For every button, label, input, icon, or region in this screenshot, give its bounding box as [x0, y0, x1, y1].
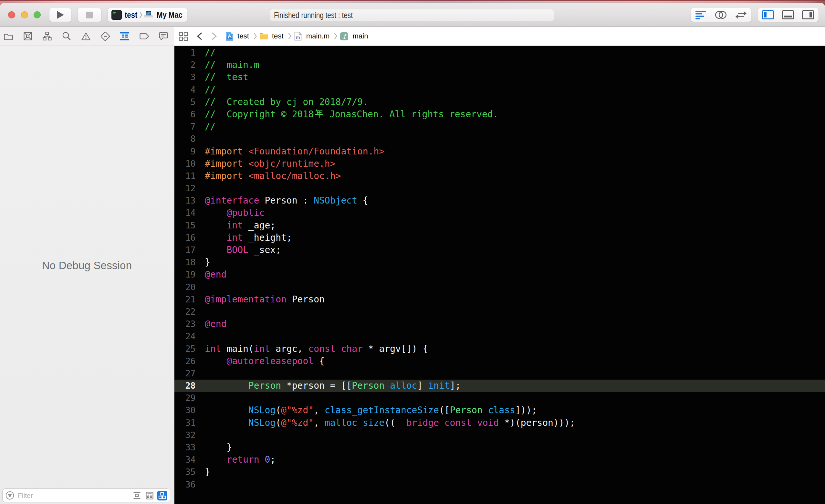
code-line[interactable]: 26 @autoreleasepool { — [174, 355, 825, 367]
code-line[interactable]: 27 — [174, 367, 825, 380]
code-line[interactable]: 10#import <objc/runtime.h> — [174, 158, 825, 170]
scheme-target-label: test — [125, 10, 137, 20]
line-number: 27 — [174, 367, 196, 380]
line-number: 32 — [174, 429, 196, 441]
crumb-file-label[interactable]: main.m — [306, 32, 330, 41]
code-line[interactable]: 32 — [174, 429, 825, 441]
navigator-selector-bar — [0, 27, 174, 46]
m-file-icon[interactable]: m — [294, 32, 302, 41]
code-line[interactable]: 31 NSLog(@"%zd", malloc_size((__bridge c… — [174, 417, 825, 429]
stop-icon — [86, 12, 93, 18]
line-number: 4 — [174, 84, 196, 96]
chevron-separator-icon — [334, 32, 338, 40]
code-line[interactable]: 24 — [174, 330, 825, 343]
line-number: 24 — [174, 330, 196, 343]
code-line[interactable]: 12 — [174, 182, 825, 195]
code-line[interactable]: 35} — [174, 466, 825, 478]
crumb-group-label[interactable]: test — [272, 32, 284, 41]
code-line[interactable]: 6// Copyright © 2018 JonasChen. All righ… — [174, 108, 825, 121]
line-number: 29 — [174, 392, 196, 404]
debug-navigator-pane: No Debug Session Filter — [0, 46, 174, 504]
code-line[interactable]: 2// main.m — [174, 59, 825, 71]
test-navigator-icon[interactable] — [100, 31, 110, 42]
go-back-button[interactable] — [197, 32, 203, 41]
code-line[interactable]: 29 — [174, 392, 825, 404]
code-line[interactable]: 22 — [174, 306, 825, 318]
filter-placeholder: Filter — [18, 492, 132, 499]
folder-icon[interactable] — [259, 32, 269, 41]
project-file-icon[interactable] — [225, 32, 234, 41]
code-line[interactable]: 36 — [174, 479, 825, 491]
code-line[interactable]: 1// — [174, 47, 825, 59]
navigation-row: test test m main.m f main — [0, 27, 825, 46]
view-flat-list-button[interactable] — [132, 491, 142, 500]
activity-status-text: Finished running test : test — [270, 10, 353, 20]
xcode-window: test My Mac Finished running test : test — [0, 3, 825, 504]
symbol-navigator-icon[interactable] — [42, 31, 52, 42]
toggle-navigator-button[interactable] — [758, 8, 778, 22]
code-line[interactable]: 15 int _age; — [174, 219, 825, 232]
issue-navigator-icon[interactable] — [81, 31, 91, 42]
filter-bar: Filter — [0, 486, 174, 504]
line-number: 19 — [174, 269, 196, 281]
find-navigator-icon[interactable] — [62, 31, 71, 42]
view-by-queue-button[interactable] — [157, 491, 167, 500]
code-line[interactable]: 34 return 0; — [174, 453, 825, 466]
code-line[interactable]: 9#import <Foundation/Foundation.h> — [174, 145, 825, 158]
code-line[interactable]: 7// — [174, 121, 825, 133]
line-number: 25 — [174, 343, 196, 355]
scheme-selector[interactable]: test My Mac — [107, 8, 188, 22]
source-control-navigator-icon[interactable] — [23, 31, 32, 42]
function-icon[interactable]: f — [340, 32, 348, 41]
line-number: 33 — [174, 441, 196, 453]
report-navigator-icon[interactable] — [159, 31, 168, 42]
line-number: 9 — [174, 145, 196, 158]
code-line[interactable]: 8 — [174, 133, 825, 145]
code-line[interactable]: 21@implementation Person — [174, 293, 825, 306]
stop-button[interactable] — [77, 8, 101, 22]
line-number: 14 — [174, 207, 196, 219]
go-forward-button[interactable] — [211, 32, 217, 41]
code-line[interactable]: 28 Person *person = [[Person alloc] init… — [174, 380, 825, 392]
view-by-thread-button[interactable] — [145, 491, 154, 500]
line-number: 17 — [174, 244, 196, 256]
filter-field[interactable]: Filter — [2, 489, 170, 502]
breakpoint-navigator-icon[interactable] — [139, 31, 149, 42]
standard-editor-button[interactable] — [691, 8, 711, 22]
code-line[interactable]: 4// — [174, 84, 825, 96]
activity-viewer: Finished running test : test — [270, 9, 554, 21]
code-line[interactable]: 13@interface Person : NSObject { — [174, 195, 825, 207]
play-icon — [56, 10, 64, 19]
code-line[interactable]: 14 @public — [174, 207, 825, 219]
toggle-debug-area-button[interactable] — [778, 8, 798, 22]
project-navigator-icon[interactable] — [4, 31, 13, 42]
related-items-icon[interactable] — [179, 32, 188, 41]
toggle-inspectors-button[interactable] — [798, 8, 818, 22]
crumb-project-label[interactable]: test — [237, 32, 249, 41]
code-line[interactable]: 23@end — [174, 318, 825, 330]
source-editor[interactable]: 1//2// main.m3// test4//5// Created by c… — [174, 46, 825, 504]
code-line[interactable]: 11#import <malloc/malloc.h> — [174, 170, 825, 182]
code-line[interactable]: 16 int _height; — [174, 232, 825, 244]
code-line[interactable]: 19@end — [174, 269, 825, 281]
code-line[interactable]: 25int main(int argc, const char * argv[]… — [174, 343, 825, 355]
code-line[interactable]: 3// test — [174, 71, 825, 83]
minimize-window-button[interactable] — [21, 11, 28, 18]
assistant-editor-button[interactable] — [711, 8, 731, 22]
run-button[interactable] — [49, 8, 71, 22]
code-line[interactable]: 17 BOOL _sex; — [174, 244, 825, 256]
version-editor-button[interactable] — [731, 8, 751, 22]
code-line[interactable]: 18} — [174, 256, 825, 269]
line-number: 6 — [174, 108, 196, 121]
code-line[interactable]: 5// Created by cj on 2018/7/9. — [174, 96, 825, 108]
editor-mode-group — [691, 8, 751, 22]
debug-navigator-icon[interactable] — [120, 31, 130, 42]
crumb-symbol-label[interactable]: main — [353, 32, 368, 41]
line-number: 26 — [174, 355, 196, 367]
zoom-window-button[interactable] — [33, 11, 41, 18]
code-line[interactable]: 33 } — [174, 441, 825, 453]
close-window-button[interactable] — [8, 11, 15, 18]
line-number: 16 — [174, 232, 196, 244]
code-line[interactable]: 30 NSLog(@"%zd", class_getInstanceSize([… — [174, 404, 825, 417]
code-line[interactable]: 20 — [174, 281, 825, 293]
